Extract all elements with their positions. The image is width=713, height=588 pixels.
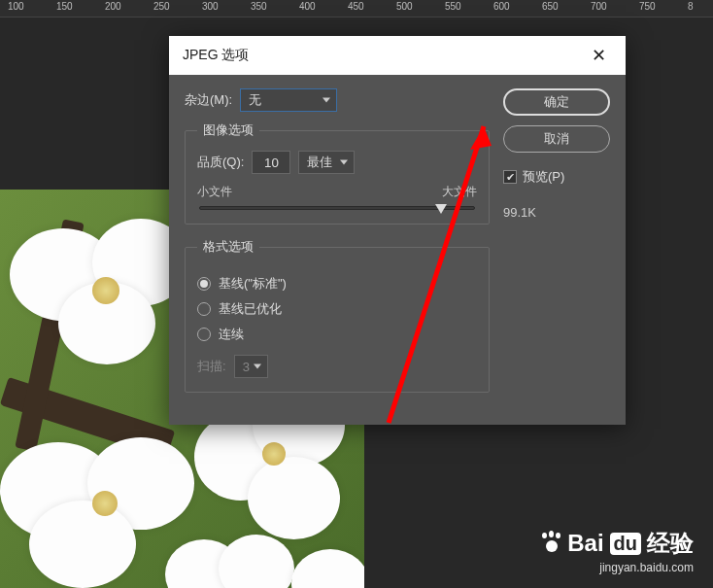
ruler-mark: 250 [153,1,170,12]
ruler-mark: 600 [493,1,510,12]
ruler-mark: 500 [396,1,413,12]
ruler: 1001502002503003504004505005506006507007… [0,0,713,17]
ok-button[interactable]: 确定 [503,88,610,116]
ruler-mark: 300 [202,1,219,12]
ruler-mark: 200 [105,1,121,12]
radio-icon[interactable] [197,328,211,341]
dialog-titlebar[interactable]: JPEG 选项 ✕ [169,36,626,75]
scan-dropdown: 3 [234,355,268,378]
radio-label: 基线("标准") [219,275,287,293]
radio-icon[interactable] [197,277,211,291]
quality-slider[interactable] [199,206,475,210]
paw-icon [540,533,561,554]
radio-label: 连续 [219,326,244,343]
radio-label: 基线已优化 [219,300,282,318]
ruler-mark: 650 [542,1,559,12]
quality-input[interactable] [252,151,290,174]
ruler-mark: 450 [348,1,364,12]
preview-label: 预览(P) [523,168,564,186]
ruler-mark: 400 [299,1,316,12]
image-options-legend: 图像选项 [197,121,259,139]
format-options-group: 格式选项 基线("标准")基线已优化连续 扫描: 3 [185,238,490,393]
matte-label: 杂边(M): [185,91,232,109]
scan-label: 扫描: [197,358,226,375]
watermark: Baidu经验 jingyan.baidu.com [540,528,694,574]
ruler-mark: 700 [591,1,607,12]
preview-checkbox-row[interactable]: ✔ 预览(P) [503,168,610,186]
scan-row: 扫描: 3 [197,355,477,378]
slider-min-label: 小文件 [197,184,232,200]
quality-preset-dropdown[interactable]: 最佳 [298,151,355,174]
ruler-mark: 150 [56,1,73,12]
format-options-legend: 格式选项 [197,238,259,256]
preview-checkbox[interactable]: ✔ [503,170,517,184]
format-radio-2[interactable]: 连续 [197,326,477,343]
cancel-button[interactable]: 取消 [503,125,610,153]
slider-max-label: 大文件 [442,184,477,200]
matte-dropdown[interactable]: 无 [240,88,337,112]
ruler-mark: 8 [688,1,694,12]
format-radio-0[interactable]: 基线("标准") [197,275,477,293]
format-radio-1[interactable]: 基线已优化 [197,300,477,318]
ruler-mark: 750 [639,1,656,12]
quality-label: 品质(Q): [197,154,244,171]
close-icon[interactable]: ✕ [586,41,612,70]
radio-icon[interactable] [197,302,211,316]
jpeg-options-dialog: JPEG 选项 ✕ 杂边(M): 无 图像选项 品质(Q): 最佳 [169,36,626,425]
dialog-title: JPEG 选项 [183,47,249,64]
slider-thumb[interactable] [435,204,447,214]
ruler-mark: 100 [8,1,24,12]
ruler-mark: 350 [251,1,267,12]
filesize-text: 99.1K [503,205,610,220]
ruler-mark: 550 [445,1,461,12]
image-options-group: 图像选项 品质(Q): 最佳 小文件 大文件 [185,121,490,225]
